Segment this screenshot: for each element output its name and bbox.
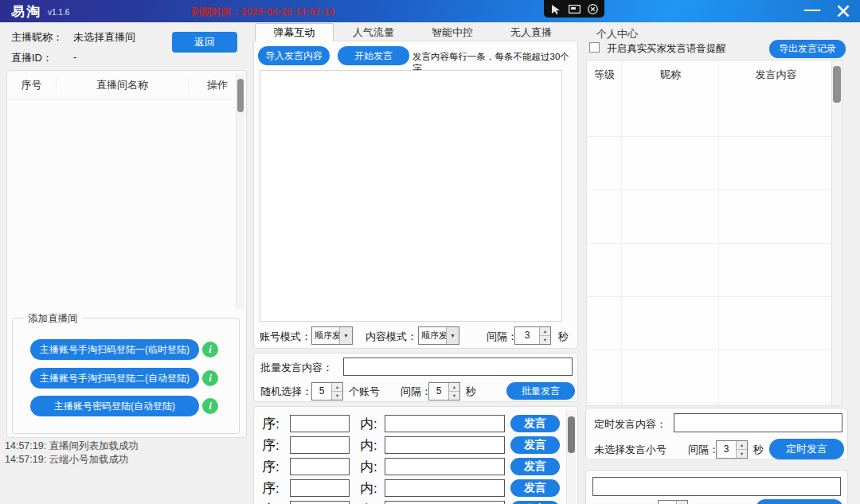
minimize-button[interactable]: — (796, 0, 828, 22)
quick-content-input[interactable] (385, 501, 505, 504)
tab-traffic[interactable]: 人气流量 (334, 24, 412, 41)
tab-personal-center[interactable]: 个人中心 (589, 25, 645, 42)
quick-send-row: 序: 内: 发言 (254, 436, 577, 454)
spinner-up-icon[interactable]: ▲ (737, 441, 747, 450)
quick-content-input[interactable] (385, 479, 505, 497)
app-version: v1.1.6 (48, 8, 69, 17)
anchor-nickname-label: 主播昵称： (11, 30, 63, 45)
timed-content-input[interactable] (674, 413, 842, 432)
interval-spinner[interactable]: 3 ▲▼ (514, 326, 551, 345)
speech-content-textarea[interactable] (260, 70, 562, 322)
room-table-header-seq: 序号 (7, 78, 57, 92)
content-label: 内: (360, 415, 377, 433)
content-label: 内: (360, 501, 377, 504)
log-line: 14:57:19: 云端小号加载成功 (5, 453, 139, 467)
close-button[interactable]: ✕ (827, 0, 860, 22)
batch-interval-spinner[interactable]: 5 ▲▼ (428, 382, 460, 400)
seq-input[interactable] (290, 501, 350, 504)
quick-send-scrollbar[interactable] (566, 410, 576, 504)
batch-interval-label: 间隔： (401, 385, 432, 399)
bottom-right-panel: 账号数量： ▲▼ 个 (585, 470, 848, 504)
login-password-button[interactable]: 主播账号密码登陆(自动登陆) (30, 396, 199, 416)
records-scrollbar[interactable] (831, 61, 842, 405)
bottom-action-button[interactable] (756, 499, 843, 504)
room-list-scrollbar[interactable] (236, 74, 244, 309)
table-header-level: 等级 (587, 68, 622, 82)
login-qr-temp-button[interactable]: 主播账号手淘扫码登陆一(临时登陆) (30, 339, 199, 360)
spinner-down-icon[interactable]: ▼ (332, 392, 342, 400)
login-qr-auto-button[interactable]: 主播账号手淘扫码登陆二(自动登陆) (30, 368, 199, 389)
room-list-scrollbar-thumb[interactable] (237, 79, 244, 112)
quick-content-input[interactable] (385, 415, 505, 432)
import-content-button[interactable]: 导入发言内容 (258, 46, 330, 65)
tab-unmanned[interactable]: 无人直播 (492, 24, 570, 41)
seq-input[interactable] (290, 479, 350, 497)
spinner-down-icon[interactable]: ▼ (737, 450, 747, 458)
voice-reminder-label: 开启真实买家发言语音提醒 (607, 42, 726, 56)
timed-interval-spinner[interactable]: 3 ▲▼ (716, 440, 748, 459)
spinner-up-icon[interactable]: ▲ (677, 501, 687, 504)
account-mode-label: 账号模式： (260, 330, 311, 344)
add-room-group: 添加直播间 主播账号手淘扫码登陆一(临时登陆) i 主播账号手淘扫码登陆二(自动… (12, 318, 240, 434)
room-id-value: - (73, 51, 76, 63)
start-speaking-button[interactable]: 开始发言 (338, 46, 409, 65)
spinner-up-icon[interactable]: ▲ (332, 383, 342, 392)
spinner-down-icon[interactable]: ▼ (540, 336, 550, 344)
close-session-icon[interactable] (588, 4, 598, 14)
chevron-down-icon[interactable]: ▼ (446, 327, 459, 344)
quick-send-scrollbar-thumb[interactable] (568, 416, 575, 453)
bottom-content-input[interactable] (592, 477, 841, 496)
records-scrollbar-thumb[interactable] (833, 66, 841, 103)
interval-value: 3 (515, 327, 539, 344)
send-button[interactable]: 发言 (510, 479, 560, 497)
spinner-down-icon[interactable]: ▼ (449, 392, 459, 400)
seq-input[interactable] (290, 458, 350, 475)
table-header-content: 发言内容 (719, 68, 833, 82)
random-count-spinner[interactable]: 5 ▲▼ (311, 382, 343, 400)
timed-content-label: 定时发言内容： (594, 417, 666, 432)
account-mode-select[interactable]: 顺序发 ▼ (311, 326, 353, 345)
voice-reminder-checkbox[interactable] (589, 42, 600, 53)
export-records-button[interactable]: 导出发言记录 (769, 40, 846, 58)
send-button[interactable]: 发言 (510, 501, 560, 504)
spinner-up-icon[interactable]: ▲ (540, 327, 550, 336)
tab-smart-control[interactable]: 智能中控 (413, 24, 491, 41)
account-count-value (659, 501, 676, 504)
seq-label: 序: (262, 436, 280, 455)
seq-label: 序: (262, 501, 280, 504)
account-count-spinner[interactable]: ▲▼ (658, 500, 688, 504)
pointer-icon[interactable] (551, 4, 561, 14)
quick-content-input[interactable] (385, 436, 505, 454)
content-label: 内: (360, 436, 377, 455)
info-icon[interactable]: i (202, 398, 218, 414)
seq-input[interactable] (290, 436, 350, 454)
account-mode-value: 顺序发 (312, 327, 339, 344)
timed-send-button[interactable]: 定时发言 (769, 439, 844, 459)
expiry-label: 到期时间： (191, 6, 241, 18)
batch-interval-value: 5 (429, 383, 448, 400)
chevron-down-icon[interactable]: ▼ (339, 327, 352, 344)
tab-danmu[interactable]: 弹幕互动 (255, 23, 334, 41)
content-mode-select[interactable]: 顺序发 ▼ (418, 326, 459, 345)
batch-send-button[interactable]: 批量发言 (506, 382, 575, 400)
quick-send-row: 序: 内: 发言 (254, 415, 577, 432)
screen-share-icon[interactable] (569, 5, 580, 14)
info-icon[interactable]: i (202, 370, 218, 386)
info-icon[interactable]: i (202, 342, 218, 357)
send-button[interactable]: 发言 (510, 415, 560, 432)
seq-input[interactable] (290, 415, 350, 432)
content-mode-value: 顺序发 (419, 327, 446, 344)
send-button[interactable]: 发言 (510, 458, 560, 475)
speech-records-table: 等级 昵称 发言内容 (586, 60, 842, 406)
quick-content-input[interactable] (385, 458, 505, 475)
anchor-nickname-value: 未选择直播间 (73, 30, 135, 45)
batch-content-input[interactable] (343, 357, 573, 376)
send-button[interactable]: 发言 (510, 436, 560, 454)
timed-send-panel: 定时发言内容： 未选择发言小号 间隔： 3 ▲▼ 秒 定时发言 (585, 408, 848, 460)
quick-send-panel: 序: 内: 发言 序: 内: 发言 序: 内: 发言 序: 内: 发言 (253, 406, 578, 504)
spinner-up-icon[interactable]: ▲ (449, 383, 459, 392)
log-line: 14:57:19: 直播间列表加载成功 (5, 440, 139, 453)
room-table-header: 序号 直播间名称 操作 (7, 71, 246, 100)
table-row-divider (587, 189, 831, 190)
back-button[interactable]: 返回 (172, 32, 237, 53)
